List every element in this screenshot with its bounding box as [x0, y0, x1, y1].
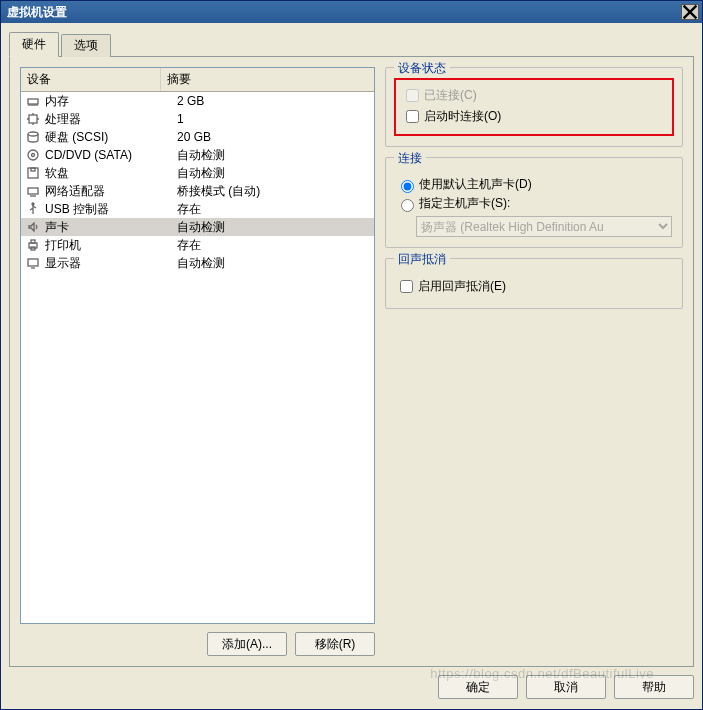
left-column: 设备 摘要 内存2 GB处理器1硬盘 (SCSI)20 GBCD/DVD (SA… [20, 67, 375, 656]
device-row-disk[interactable]: 硬盘 (SCSI)20 GB [21, 128, 374, 146]
cd-icon [25, 147, 41, 163]
radio-specify-row: 指定主机声卡(S): [396, 195, 672, 212]
device-name: 打印机 [45, 237, 177, 254]
close-icon [682, 4, 698, 20]
floppy-icon [25, 165, 41, 181]
device-list-header: 设备 摘要 [21, 68, 374, 92]
device-list: 设备 摘要 内存2 GB处理器1硬盘 (SCSI)20 GBCD/DVD (SA… [20, 67, 375, 624]
device-summary: 自动检测 [177, 165, 370, 182]
device-summary: 20 GB [177, 130, 370, 144]
device-row-floppy[interactable]: 软盘自动检测 [21, 164, 374, 182]
device-name: 处理器 [45, 111, 177, 128]
group-title-connection: 连接 [394, 150, 426, 167]
device-row-sound[interactable]: 声卡自动检测 [21, 218, 374, 236]
cpu-icon [25, 111, 41, 127]
svg-rect-7 [28, 188, 38, 194]
tab-hardware[interactable]: 硬件 [9, 32, 59, 57]
label-use-default: 使用默认主机声卡(D) [419, 176, 532, 193]
device-row-cpu[interactable]: 处理器1 [21, 110, 374, 128]
device-name: 硬盘 (SCSI) [45, 129, 177, 146]
label-enable-echo: 启用回声抵消(E) [418, 278, 506, 295]
checkbox-enable-echo[interactable] [400, 280, 413, 293]
device-summary: 自动检测 [177, 219, 370, 236]
radio-use-default-row: 使用默认主机声卡(D) [396, 176, 672, 193]
sound-icon [25, 219, 41, 235]
label-connected: 已连接(C) [424, 87, 477, 104]
tab-strip: 硬件 选项 [9, 32, 694, 57]
header-device: 设备 [21, 68, 161, 91]
highlight-annotation: 已连接(C) 启动时连接(O) [394, 78, 674, 136]
device-summary: 2 GB [177, 94, 370, 108]
svg-rect-1 [29, 115, 37, 123]
display-icon [25, 255, 41, 271]
device-summary: 自动检测 [177, 147, 370, 164]
device-row-net[interactable]: 网络适配器桥接模式 (自动) [21, 182, 374, 200]
checkbox-connected [406, 89, 419, 102]
sound-card-select: 扬声器 (Realtek High Definition Au [416, 216, 672, 237]
help-button[interactable]: 帮助 [614, 675, 694, 699]
checkbox-echo-row: 启用回声抵消(E) [396, 277, 672, 296]
svg-rect-10 [31, 240, 35, 243]
svg-rect-5 [28, 168, 38, 178]
titlebar: 虚拟机设置 [1, 1, 702, 23]
device-summary: 自动检测 [177, 255, 370, 272]
header-summary: 摘要 [161, 68, 374, 91]
cancel-button[interactable]: 取消 [526, 675, 606, 699]
group-title-echo: 回声抵消 [394, 251, 450, 268]
svg-point-2 [28, 132, 38, 136]
vm-settings-window: 虚拟机设置 硬件 选项 设备 摘要 内存2 GB处理器1硬盘 (SCSI)20 … [0, 0, 703, 710]
device-summary: 1 [177, 112, 370, 126]
label-connect-at-power: 启动时连接(O) [424, 108, 501, 125]
printer-icon [25, 237, 41, 253]
device-row-cd[interactable]: CD/DVD (SATA)自动检测 [21, 146, 374, 164]
device-summary: 存在 [177, 237, 370, 254]
svg-point-3 [28, 150, 38, 160]
radio-use-default[interactable] [401, 180, 414, 193]
left-buttons: 添加(A)... 移除(R) [20, 632, 375, 656]
remove-button[interactable]: 移除(R) [295, 632, 375, 656]
device-name: 软盘 [45, 165, 177, 182]
device-list-body[interactable]: 内存2 GB处理器1硬盘 (SCSI)20 GBCD/DVD (SATA)自动检… [21, 92, 374, 623]
device-name: 声卡 [45, 219, 177, 236]
sound-card-select-row: 扬声器 (Realtek High Definition Au [416, 216, 672, 237]
checkbox-connected-row: 已连接(C) [402, 86, 666, 105]
svg-rect-6 [31, 168, 35, 171]
ok-button[interactable]: 确定 [438, 675, 518, 699]
device-row-display[interactable]: 显示器自动检测 [21, 254, 374, 272]
device-name: USB 控制器 [45, 201, 177, 218]
svg-rect-12 [28, 259, 38, 266]
label-specify: 指定主机声卡(S): [419, 195, 510, 212]
svg-point-4 [32, 154, 35, 157]
disk-icon [25, 129, 41, 145]
group-title-status: 设备状态 [394, 60, 450, 77]
device-summary: 存在 [177, 201, 370, 218]
device-row-memory[interactable]: 内存2 GB [21, 92, 374, 110]
tab-options[interactable]: 选项 [61, 34, 111, 57]
radio-specify[interactable] [401, 199, 414, 212]
device-summary: 桥接模式 (自动) [177, 183, 370, 200]
svg-point-8 [32, 203, 34, 205]
device-name: CD/DVD (SATA) [45, 148, 177, 162]
device-name: 网络适配器 [45, 183, 177, 200]
memory-icon [25, 93, 41, 109]
window-title: 虚拟机设置 [7, 4, 67, 21]
footer: https://blog.csdn.net/dfBeautifulLive 确定… [9, 667, 694, 699]
window-close-button[interactable] [681, 4, 699, 20]
net-icon [25, 183, 41, 199]
group-echo: 回声抵消 启用回声抵消(E) [385, 258, 683, 309]
checkbox-connect-at-power[interactable] [406, 110, 419, 123]
device-row-printer[interactable]: 打印机存在 [21, 236, 374, 254]
svg-rect-0 [28, 99, 38, 104]
device-row-usb[interactable]: USB 控制器存在 [21, 200, 374, 218]
group-connection: 连接 使用默认主机声卡(D) 指定主机声卡(S): 扬声器 (Realtek H… [385, 157, 683, 248]
device-name: 显示器 [45, 255, 177, 272]
device-name: 内存 [45, 93, 177, 110]
panel: 设备 摘要 内存2 GB处理器1硬盘 (SCSI)20 GBCD/DVD (SA… [9, 56, 694, 667]
checkbox-connect-at-power-row: 启动时连接(O) [402, 107, 666, 126]
usb-icon [25, 201, 41, 217]
client-area: 硬件 选项 设备 摘要 内存2 GB处理器1硬盘 (SCSI)20 GBCD/D… [1, 23, 702, 709]
add-button[interactable]: 添加(A)... [207, 632, 287, 656]
right-column: 设备状态 已连接(C) 启动时连接(O) 连接 [385, 67, 683, 656]
group-device-status: 设备状态 已连接(C) 启动时连接(O) [385, 67, 683, 147]
